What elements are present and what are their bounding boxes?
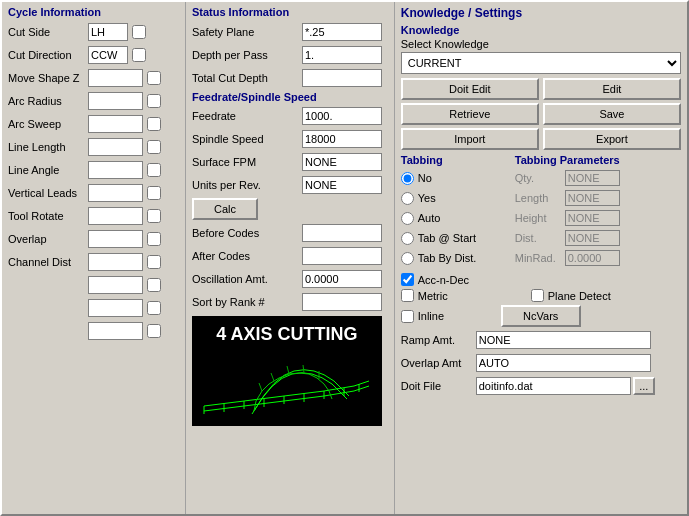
tool-rotate-input[interactable] — [88, 207, 143, 225]
tabbing-container: Tabbing No Yes Auto Tab @ Start — [401, 154, 681, 269]
arc-radius-input[interactable] — [88, 92, 143, 110]
doit-file-browse-button[interactable]: ... — [633, 377, 655, 395]
overlap-amt-row: Overlap Amt — [401, 353, 681, 373]
plane-detect-checkbox[interactable] — [531, 289, 544, 302]
tab-at-start-row: Tab @ Start — [401, 229, 511, 247]
ramp-amt-input[interactable] — [476, 331, 651, 349]
knowledge-section-title: Knowledge / Settings — [401, 6, 681, 20]
empty2-input[interactable] — [88, 299, 143, 317]
oscillation-input[interactable] — [302, 270, 382, 288]
image-text: 4 AXIS CUTTING — [216, 324, 357, 345]
overlap-checkbox[interactable] — [147, 232, 161, 246]
line-angle-input[interactable] — [88, 161, 143, 179]
cut-side-input[interactable] — [88, 23, 128, 41]
arc-sweep-label: Arc Sweep — [8, 118, 88, 130]
empty1-checkbox[interactable] — [147, 278, 161, 292]
tab-no-row: No — [401, 169, 511, 187]
axis-cutting-image: 4 AXIS CUTTING — [192, 316, 382, 426]
height-input[interactable] — [565, 210, 620, 226]
depth-per-pass-row: Depth per Pass — [192, 45, 388, 65]
tab-by-dist-radio[interactable] — [401, 252, 414, 265]
arc-sweep-checkbox[interactable] — [147, 117, 161, 131]
sort-rank-label: Sort by Rank # — [192, 296, 302, 308]
sort-rank-row: Sort by Rank # — [192, 292, 388, 312]
move-shape-z-checkbox[interactable] — [147, 71, 161, 85]
line-length-checkbox[interactable] — [147, 140, 161, 154]
knowledge-select[interactable]: CURRENT — [401, 52, 681, 74]
cycle-row-empty1 — [8, 275, 179, 295]
vertical-leads-label: Vertical Leads — [8, 187, 88, 199]
arc-sweep-input[interactable] — [88, 115, 143, 133]
after-codes-input[interactable] — [302, 247, 382, 265]
inline-checkbox[interactable] — [401, 310, 414, 323]
dist-row: Dist. — [515, 229, 681, 247]
empty3-checkbox[interactable] — [147, 324, 161, 338]
main-container: Cycle Information Cut Side Cut Direction… — [0, 0, 689, 516]
doit-file-input[interactable] — [476, 377, 631, 395]
minrad-input[interactable] — [565, 250, 620, 266]
tab-yes-label: Yes — [418, 192, 436, 204]
doit-edit-button[interactable]: Doit Edit — [401, 78, 539, 100]
length-input[interactable] — [565, 190, 620, 206]
empty3-input[interactable] — [88, 322, 143, 340]
metric-checkbox[interactable] — [401, 289, 414, 302]
cut-side-checkbox[interactable] — [132, 25, 146, 39]
acc-n-dec-checkbox[interactable] — [401, 273, 414, 286]
tab-auto-radio[interactable] — [401, 212, 414, 225]
retrieve-button[interactable]: Retrieve — [401, 103, 539, 125]
overlap-amt-input[interactable] — [476, 354, 651, 372]
vertical-leads-input[interactable] — [88, 184, 143, 202]
vertical-leads-checkbox[interactable] — [147, 186, 161, 200]
empty2-checkbox[interactable] — [147, 301, 161, 315]
before-codes-row: Before Codes — [192, 223, 388, 243]
export-button[interactable]: Export — [543, 128, 681, 150]
spindle-input[interactable] — [302, 130, 382, 148]
arc-radius-label: Arc Radius — [8, 95, 88, 107]
safety-plane-label: Safety Plane — [192, 26, 302, 38]
minrad-label: MinRad. — [515, 252, 565, 264]
tab-no-radio[interactable] — [401, 172, 414, 185]
tab-at-start-label: Tab @ Start — [418, 232, 476, 244]
cut-direction-input[interactable] — [88, 46, 128, 64]
tabbing-right: Tabbing Parameters Qty. Length Height Di… — [515, 154, 681, 269]
save-button[interactable]: Save — [543, 103, 681, 125]
empty1-input[interactable] — [88, 276, 143, 294]
tab-by-dist-row: Tab By Dist. — [401, 249, 511, 267]
dist-label: Dist. — [515, 232, 565, 244]
btn-row-1: Doit Edit Edit — [401, 78, 681, 100]
edit-button[interactable]: Edit — [543, 78, 681, 100]
depth-per-pass-input[interactable] — [302, 46, 382, 64]
knowledge-subtitle: Knowledge — [401, 24, 681, 36]
sort-rank-input[interactable] — [302, 293, 382, 311]
length-label: Length — [515, 192, 565, 204]
select-knowledge-label: Select Knowledge — [401, 38, 681, 50]
calc-button[interactable]: Calc — [192, 198, 258, 220]
overlap-input[interactable] — [88, 230, 143, 248]
doit-file-row: Doit File ... — [401, 376, 681, 396]
total-cut-depth-input[interactable] — [302, 69, 382, 87]
qty-input[interactable] — [565, 170, 620, 186]
move-shape-z-input[interactable] — [88, 69, 143, 87]
channel-dist-checkbox[interactable] — [147, 255, 161, 269]
dist-input[interactable] — [565, 230, 620, 246]
nc-vars-button[interactable]: NcVars — [501, 305, 581, 327]
tab-at-start-radio[interactable] — [401, 232, 414, 245]
units-rev-input[interactable] — [302, 176, 382, 194]
arc-radius-checkbox[interactable] — [147, 94, 161, 108]
cycle-row-empty2 — [8, 298, 179, 318]
surface-fpm-input[interactable] — [302, 153, 382, 171]
import-button[interactable]: Import — [401, 128, 539, 150]
cut-direction-checkbox[interactable] — [132, 48, 146, 62]
channel-dist-input[interactable] — [88, 253, 143, 271]
tab-auto-row: Auto — [401, 209, 511, 227]
before-codes-input[interactable] — [302, 224, 382, 242]
length-row: Length — [515, 189, 681, 207]
inline-label: Inline — [418, 310, 444, 322]
safety-plane-input[interactable] — [302, 23, 382, 41]
feedrate-input[interactable] — [302, 107, 382, 125]
line-length-input[interactable] — [88, 138, 143, 156]
after-codes-label: After Codes — [192, 250, 302, 262]
line-angle-checkbox[interactable] — [147, 163, 161, 177]
tool-rotate-checkbox[interactable] — [147, 209, 161, 223]
tab-yes-radio[interactable] — [401, 192, 414, 205]
